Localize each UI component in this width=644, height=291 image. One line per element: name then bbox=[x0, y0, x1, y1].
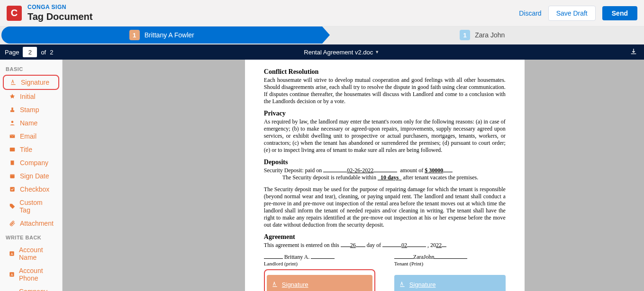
tag-email-label: Email bbox=[20, 132, 36, 140]
page-total: 2 bbox=[50, 49, 53, 56]
dep-amount: $ 30000 bbox=[425, 167, 443, 174]
id-icon bbox=[9, 146, 16, 153]
agree-month: 02 bbox=[401, 242, 407, 248]
right-gutter bbox=[574, 60, 644, 291]
dep-date: 02-26-2022 bbox=[347, 167, 373, 174]
tag-attachment[interactable]: Attachment bbox=[3, 217, 59, 230]
tag-sign-date[interactable]: Sign Date bbox=[3, 169, 59, 183]
signature-icon bbox=[272, 281, 278, 288]
section-writeback: WRITE BACK bbox=[0, 230, 62, 243]
doc-name: Rental Agreement v2.doc bbox=[304, 49, 373, 56]
a-icon: A bbox=[9, 250, 15, 257]
tag-email[interactable]: Email bbox=[3, 130, 59, 143]
send-button[interactable]: Send bbox=[602, 6, 637, 20]
tag-sign-date-label: Sign Date bbox=[20, 172, 49, 180]
header: C CONGA SIGN Tag Document Discard Save D… bbox=[0, 0, 644, 26]
landlord-signature-label: Signature bbox=[282, 281, 308, 288]
stamp-icon bbox=[9, 106, 16, 113]
tenant-signature-field[interactable]: Signature bbox=[394, 275, 506, 291]
tenant-name: ZaraJohn bbox=[413, 254, 435, 260]
tag-name-label: Name bbox=[20, 119, 37, 127]
signature-icon bbox=[9, 79, 17, 86]
main: BASIC Signature Initial Stamp Name Email bbox=[0, 60, 644, 291]
dep-label: Security Deposit: paid on bbox=[264, 167, 322, 174]
tag-custom[interactable]: Custom Tag bbox=[3, 196, 59, 217]
recipient-1-name: Brittany A Fowler bbox=[145, 31, 194, 39]
left-gutter bbox=[63, 60, 195, 291]
paperclip-icon bbox=[9, 220, 16, 227]
recipient-bar: 1 Brittany A Fowler 1 Zara John bbox=[1, 26, 643, 44]
of-label: of bbox=[41, 49, 46, 56]
tag-checkbox-label: Checkbox bbox=[20, 185, 49, 193]
recipient-1[interactable]: 1 Brittany A Fowler bbox=[1, 26, 322, 44]
tag-signature[interactable]: Signature bbox=[3, 75, 59, 90]
svg-text:A: A bbox=[11, 252, 13, 256]
sidebar-scroll[interactable]: BASIC Signature Initial Stamp Name Email bbox=[0, 60, 62, 291]
discard-button[interactable]: Discard bbox=[519, 9, 541, 17]
doc-name-dropdown[interactable]: Rental Agreement v2.doc ▼ bbox=[53, 49, 630, 56]
dep-amount-label: amount of bbox=[400, 167, 423, 174]
page-label: Page bbox=[5, 49, 19, 56]
page-nav: Page of 2 bbox=[0, 47, 53, 57]
svg-rect-8 bbox=[10, 187, 14, 191]
svg-rect-0 bbox=[10, 110, 14, 112]
landlord-signature-field-selected[interactable]: Signature bbox=[264, 269, 375, 291]
person-icon bbox=[9, 120, 16, 126]
print-row: Brittany A. Landlord (print) ZaraJohn Te… bbox=[264, 254, 506, 266]
agreement-line: This agreement is entered on this 26 day… bbox=[264, 242, 506, 249]
page-2: Conflict Resolution Each housemate will … bbox=[245, 60, 525, 291]
tag-name[interactable]: Name bbox=[3, 116, 59, 130]
checkbox-icon bbox=[9, 186, 16, 193]
svg-rect-4 bbox=[10, 148, 15, 151]
signature-row: Signature Landlord Signature Signature bbox=[264, 269, 506, 291]
dep-refund-days: 10 days bbox=[381, 174, 399, 181]
tag-stamp[interactable]: Stamp bbox=[3, 103, 59, 116]
tag-checkbox[interactable]: Checkbox bbox=[3, 183, 59, 196]
page-input[interactable] bbox=[23, 47, 37, 57]
tag-stamp-label: Stamp bbox=[20, 106, 39, 114]
svg-rect-5 bbox=[11, 160, 14, 165]
agree-day: 26 bbox=[350, 242, 356, 248]
landlord-name: Brittany A. bbox=[284, 254, 309, 260]
svg-rect-7 bbox=[10, 174, 14, 175]
mail-icon bbox=[9, 133, 16, 140]
download-icon bbox=[630, 48, 637, 55]
svg-text:A: A bbox=[11, 273, 13, 276]
page-wrap[interactable]: Conflict Resolution Each housemate will … bbox=[195, 60, 574, 291]
agree-year-prefix: , 20 bbox=[427, 242, 436, 248]
page-title: Tag Document bbox=[27, 11, 519, 22]
landlord-signature-field[interactable]: Signature bbox=[267, 275, 372, 291]
chevron-down-icon: ▼ bbox=[375, 50, 379, 54]
deposit-line: Security Deposit: paid on 02-26-2022 amo… bbox=[264, 167, 506, 181]
download-button[interactable] bbox=[630, 48, 644, 57]
wb-account-name-label: Account Name bbox=[19, 246, 54, 261]
tag-company[interactable]: Company bbox=[3, 156, 59, 169]
tag-title[interactable]: Title bbox=[3, 143, 59, 156]
tag-initial-label: Initial bbox=[20, 93, 36, 100]
recipient-2[interactable]: 1 Zara John bbox=[322, 26, 643, 44]
save-draft-button[interactable]: Save Draft bbox=[548, 6, 596, 21]
heading-deposits: Deposits bbox=[264, 159, 506, 166]
a-icon: A bbox=[9, 271, 15, 278]
header-actions: Discard Save Draft Send bbox=[519, 6, 637, 21]
wb-account-phone-label: Account Phone bbox=[19, 267, 54, 282]
app-logo: C bbox=[7, 6, 22, 21]
svg-rect-1 bbox=[11, 107, 13, 110]
calendar-icon bbox=[9, 173, 16, 179]
tag-title-label: Title bbox=[20, 146, 32, 153]
title-block: CONGA SIGN Tag Document bbox=[27, 4, 519, 22]
recipient-1-badge: 1 bbox=[129, 30, 140, 40]
tenant-signature-label: Signature bbox=[409, 281, 436, 288]
tag-attachment-label: Attachment bbox=[20, 220, 54, 227]
recipient-2-badge: 1 bbox=[460, 30, 470, 40]
landlord-print-label: Landlord (print) bbox=[264, 261, 375, 266]
tag-initial[interactable]: Initial bbox=[3, 90, 59, 103]
wb-account-name[interactable]: A Account Name bbox=[3, 243, 59, 264]
wb-account-phone[interactable]: A Account Phone bbox=[3, 264, 59, 285]
dep-refund-post: after tenant vacates the premises. bbox=[403, 174, 478, 181]
wb-company-name[interactable]: A Company Name bbox=[3, 285, 59, 291]
tag-company-label: Company bbox=[20, 159, 48, 167]
agree-pre: This agreement is entered on this bbox=[264, 242, 339, 248]
para-privacy: As required by law, the landlord may ent… bbox=[264, 118, 506, 154]
para-conflict: Each housemate will strive to develop mu… bbox=[264, 77, 506, 105]
